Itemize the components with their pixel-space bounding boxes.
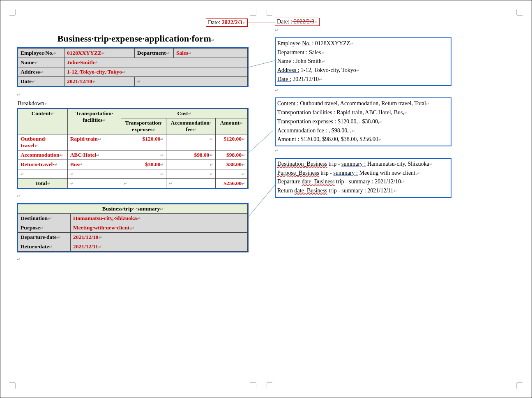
breakdown-table: Content↵ Transportation· facilities↵ Cos…	[18, 109, 248, 188]
r-c-l3: Transportation expenses : $120.00, , $38…	[277, 117, 449, 126]
breakdown-table-wrap: Content↵ Transportation· facilities↵ Cos…	[17, 108, 249, 189]
r-c-l1: Content : Outbound travel, Accommodation…	[277, 99, 449, 108]
left-page: Business·trip·expense·application·form↵ …	[17, 18, 255, 262]
breakdown-label: Breakdown↵	[18, 100, 255, 107]
bd-h-cost: Cost↵	[121, 109, 248, 118]
para-mark-r2: ↵	[275, 88, 278, 93]
right-summary-box: Destination_Business trip - summary : Ha…	[275, 158, 451, 198]
bd-r1-accom: $98.00↵	[166, 150, 215, 160]
bd-r2-fac: Bus↵	[67, 160, 121, 169]
para-mark-2: ↵	[17, 194, 20, 198]
bd-r3-fac: ↵	[67, 169, 121, 179]
para-mark-r1: ↵	[275, 28, 278, 32]
table-row: Outbound· travel↵ Rapid·train↵ $120.00↵ …	[18, 134, 248, 150]
r-s-l2: Purpose_Business trip - summary : Meetin…	[277, 169, 449, 178]
right-content-box: Content : Outbound travel, Accommodation…	[275, 97, 451, 146]
r-emp-l3: Name : John Smith↵	[277, 57, 449, 66]
bd-r0-trans: $120.00↵	[121, 134, 166, 150]
sum-dep-label: Departure·date↵	[18, 233, 71, 242]
bd-r0-fac: Rapid·train↵	[67, 134, 121, 150]
bd-r1-amount: $98.00↵	[215, 150, 247, 160]
date-value-cell: 2021/12/10↵	[64, 77, 135, 86]
sum-purpose-value: Meeting·with·new·client.↵	[71, 223, 248, 233]
sum-ret-value: 2021/12/11↵	[71, 242, 248, 252]
date-right-value: 2022/2/3	[292, 19, 314, 25]
r-s-l4: Return date_Business trip - summary : 20…	[277, 186, 449, 195]
bd-h-amount: Amount↵	[215, 118, 247, 134]
bd-total-amount: $256.00↵	[215, 179, 247, 188]
bd-r3-accom: ↵	[166, 169, 215, 179]
right-page: Date: : 2022/2/3↵ ↵ Employee No. : 0128X…	[275, 18, 451, 198]
bd-r1-fac: ABC·Hotel↵	[67, 150, 121, 160]
date-right-label: Date: :	[277, 19, 292, 25]
sum-dep-value: 2021/12/10↵	[71, 233, 248, 242]
summary-title: Business·trip·-·summary↵	[18, 204, 248, 214]
address-label: Address↵	[18, 67, 64, 77]
emp-no-label: Employee·No.↵	[18, 49, 64, 58]
bd-h-accomfee: Accommodation· fee↵	[166, 118, 215, 134]
sum-dest-value: Hamamatsu-city,·Shizuoka↵	[71, 214, 248, 223]
r-s-l3: Departure date_Business trip - summary :…	[277, 177, 449, 186]
sum-dest-label: Destination↵	[18, 214, 71, 223]
bd-r1-trans: ↵	[121, 150, 166, 160]
dept-value: Sales↵	[174, 49, 248, 58]
bd-r3-content: ↵	[18, 169, 68, 179]
emp-no-value: 0128XXYYZZ↵	[64, 49, 135, 58]
bd-r3-amount: ↵	[215, 169, 247, 179]
name-label: Name↵	[18, 58, 64, 67]
r-s-l1: Destination_Business trip - summary : Ha…	[277, 160, 449, 169]
table-row: Total↵ ↵ ↵ ↵ $256.00↵	[18, 179, 248, 188]
table-row: ↵ ↵ ↵ ↵ ↵	[18, 169, 248, 179]
page-title: Business·trip·expense·application·form↵	[17, 33, 255, 44]
table-row: Accommodation↵ ABC·Hotel↵ ↵ $98.00↵ $98.…	[18, 150, 248, 160]
r-c-l2: Transportation facilities : Rapid train,…	[277, 108, 449, 117]
para-mark-3: ↵	[17, 257, 20, 261]
sum-purpose-label: Purpose↵	[18, 223, 71, 233]
name-value: John·Smith↵	[64, 58, 248, 67]
bd-h-transexp: Transportation· expenses↵	[121, 118, 166, 134]
r-emp-l4: Address : 1-12, Tokyo-city, Tokyo↵	[277, 66, 449, 75]
bd-r0-accom: ↵	[166, 134, 215, 150]
bd-r2-trans: $38.00↵	[121, 160, 166, 169]
bd-r2-amount: $38.00↵	[215, 160, 247, 169]
bd-r0-content: Outbound· travel↵	[18, 134, 68, 150]
bd-total-fac: ↵	[67, 179, 121, 188]
date-empty: ↵	[135, 77, 248, 86]
para-mark-r3: ↵	[275, 148, 278, 153]
r-emp-l2: Department : Sales↵	[277, 48, 449, 57]
r-emp-l1: Employee No. : 0128XXYYZZ↵	[277, 39, 449, 48]
dept-label: Department↵	[135, 49, 174, 58]
bd-total-accom: ↵	[166, 179, 215, 188]
table-row: Return·travel·↵ Bus↵ $38.00↵ ↵ $38.00↵	[18, 160, 248, 169]
right-emp-box: Employee No. : 0128XXYYZZ↵ Department : …	[275, 37, 451, 86]
bd-r2-accom: ↵	[166, 160, 215, 169]
bd-r3-trans: ↵	[121, 169, 166, 179]
bd-r2-content: Return·travel·↵	[18, 160, 68, 169]
employee-table-wrap: Employee·No.↵ 0128XXYYZZ↵ Department↵ Sa…	[17, 47, 249, 87]
bd-r1-content: Accommodation↵	[18, 150, 68, 160]
r-c-l5: Amount : $120.00, $98.00, $38.00, $256.0…	[277, 135, 449, 144]
sum-ret-label: Return·date↵	[18, 242, 71, 252]
summary-table: Business·trip·-·summary↵ Destination↵ Ha…	[18, 204, 248, 252]
bd-h-content: Content↵	[18, 109, 68, 134]
summary-table-wrap: Business·trip·-·summary↵ Destination↵ Ha…	[17, 203, 249, 252]
bd-h-facilities: Transportation· facilities↵	[67, 109, 121, 134]
date-label-cell: Date↵	[18, 77, 64, 86]
employee-table: Employee·No.↵ 0128XXYYZZ↵ Department↵ Sa…	[18, 48, 248, 86]
bd-r0-amount: $120.00↵	[215, 134, 247, 150]
address-value: 1-12,·Tokyo-city,·Tokyo↵	[64, 67, 248, 77]
para-mark: ↵	[17, 93, 20, 97]
bd-total-trans: ↵	[121, 179, 166, 188]
r-emp-l5: Date : 2021/12/10↵	[277, 75, 449, 84]
bd-total-label: Total↵	[18, 179, 68, 188]
date-box-right: Date: : 2022/2/3↵	[275, 18, 320, 26]
r-c-l4: Accommodation fee : , $98.00, ,↵	[277, 126, 449, 135]
